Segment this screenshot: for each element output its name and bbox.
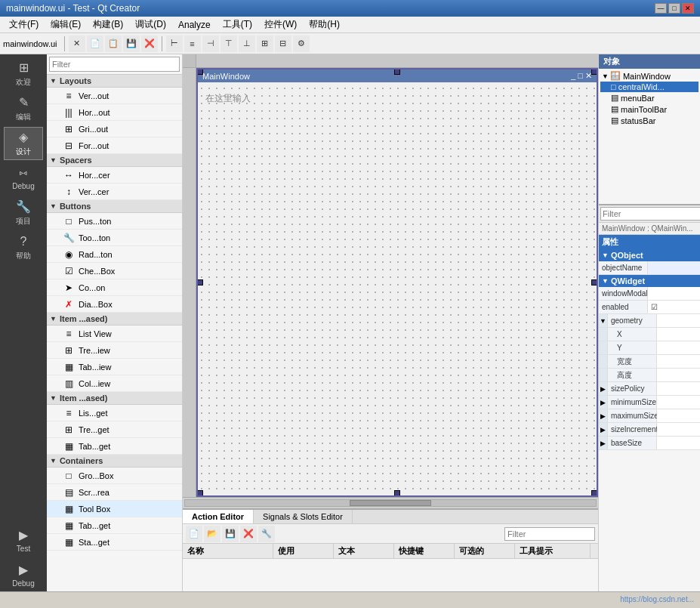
prop-value-windowmodality[interactable] [648, 287, 700, 300]
toolbar-grid[interactable]: ⊞ [257, 35, 273, 52]
prop-section-qwidget[interactable]: ▼ QWidget [599, 275, 700, 287]
menu-help[interactable]: 帮助(H) [303, 17, 346, 32]
widget-horizontal-spacer[interactable]: ↔ Hor...cer [47, 167, 182, 184]
obj-centralwidget[interactable]: □ centralWid... [600, 82, 698, 92]
hscroll-thumb[interactable] [350, 500, 432, 506]
widget-stackedwidget[interactable]: ▦ Sta...get [47, 534, 182, 551]
sidebar-tool-debug[interactable]: ⑅ Debug [4, 162, 43, 195]
category-item-widget[interactable]: ▼ Item ...ased) [47, 392, 182, 405]
minimize-button[interactable]: — [655, 3, 667, 14]
category-item-model[interactable]: ▼ Item ...ased) [47, 313, 182, 326]
widget-listwidget[interactable]: ≡ Lis...get [47, 405, 182, 421]
close-button[interactable]: ✕ [682, 3, 694, 14]
sidebar-tool-edit[interactable]: ✎ 编辑 [4, 92, 43, 125]
toolbar-btn-4[interactable]: ❌ [141, 35, 158, 52]
widget-tableview[interactable]: ▦ Tab...iew [47, 359, 182, 375]
prop-section-qobject[interactable]: ▼ QObject [599, 249, 700, 261]
toolbar-align-top[interactable]: ⊤ [220, 35, 237, 52]
design-canvas[interactable]: MainWindow _ □ ✕ 在这里输入 [183, 54, 598, 508]
prop-value-enabled[interactable]: ☑ [648, 301, 700, 313]
widget-tablewidget[interactable]: ▦ Tab...get [47, 438, 182, 455]
maximize-button[interactable]: □ [668, 3, 680, 14]
widget-vertical-spacer[interactable]: ↕ Ver...cer [47, 184, 182, 200]
toolbar-align-middle[interactable]: ⊥ [239, 35, 255, 52]
close-doc-button[interactable]: ✕ [69, 35, 85, 52]
prop-value-minimumsize[interactable] [657, 396, 700, 409]
prop-value-sizeincrement[interactable] [657, 423, 700, 436]
sidebar-tool-project[interactable]: 🔧 项目 [4, 196, 43, 230]
widget-treeview[interactable]: ⊞ Tre...iew [47, 342, 182, 359]
toolbar-align-center[interactable]: ≡ [184, 35, 201, 52]
widget-filter-input[interactable] [49, 57, 180, 72]
menu-analyze[interactable]: Analyze [172, 18, 217, 32]
prop-expand-maximumsize[interactable]: ▶ [599, 409, 608, 422]
action-save-button[interactable]: 💾 [222, 526, 239, 542]
toolbar-btn-3[interactable]: 💾 [123, 35, 140, 52]
prop-expand-minimumsize[interactable]: ▶ [599, 396, 608, 409]
widget-treewidget[interactable]: ⊞ Tre...get [47, 421, 182, 438]
widget-vertical-layout[interactable]: ≡ Ver...out [47, 88, 182, 104]
sidebar-tool-welcome[interactable]: ⊞ 欢迎 [4, 57, 43, 91]
category-containers[interactable]: ▼ Containers [47, 455, 182, 468]
widget-horizontal-layout[interactable]: ||| Hor...out [47, 104, 182, 121]
sidebar-tool-help[interactable]: ? 帮助 [4, 231, 43, 264]
widget-toolbox[interactable]: ▦ Tool Box [47, 501, 182, 517]
toolbar-settings[interactable]: ⚙ [293, 35, 310, 52]
prop-value-x[interactable] [657, 328, 700, 341]
action-delete-button[interactable]: ❌ [240, 526, 257, 542]
menu-debug[interactable]: 调试(D) [129, 17, 172, 32]
obj-maintoolbar[interactable]: ▤ mainToolBar [600, 103, 698, 115]
toolbar-align-right[interactable]: ⊣ [202, 35, 219, 52]
props-filter-input[interactable] [600, 207, 700, 221]
obj-menubar[interactable]: ▤ menuBar [600, 92, 698, 103]
widget-grid-layout[interactable]: ⊞ Gri...out [47, 121, 182, 137]
toolbar-grid-2[interactable]: ⊟ [275, 35, 291, 52]
menu-file[interactable]: 文件(F) [3, 17, 45, 32]
widget-columnview[interactable]: ▥ Col...iew [47, 375, 182, 392]
tab-signals-slots[interactable]: Signals & Slots Editor [254, 510, 353, 523]
menu-edit[interactable]: 编辑(E) [45, 17, 87, 32]
toolbar-align-left[interactable]: ⊢ [166, 35, 183, 52]
prop-expand-geometry[interactable]: ▼ [599, 314, 608, 327]
canvas-hscroll[interactable] [183, 497, 598, 508]
prop-value-objectname[interactable] [648, 261, 700, 274]
action-open-button[interactable]: 📂 [204, 526, 220, 542]
sidebar-tool-test[interactable]: ▶ Test [4, 523, 43, 557]
widget-commandbutton[interactable]: ➤ Co...on [47, 279, 182, 296]
action-new-button[interactable]: 📄 [186, 526, 202, 542]
sidebar-tool-debug2[interactable]: ▶ Debug [4, 558, 43, 591]
widget-dialogbutton[interactable]: ✗ Dia...Box [47, 296, 182, 313]
prop-expand-sizepolicy[interactable]: ▶ [599, 382, 608, 395]
menu-tools[interactable]: 工具(T) [217, 17, 258, 32]
prop-value-y[interactable] [657, 341, 700, 354]
widget-radiobutton[interactable]: ◉ Rad...ton [47, 246, 182, 263]
prop-value-sizepolicy[interactable] [657, 382, 700, 395]
widget-toolbutton[interactable]: 🔧 Too...ton [47, 230, 182, 246]
widget-tabwidget[interactable]: ▦ Tab...get [47, 517, 182, 534]
prop-expand-sizeincrement[interactable]: ▶ [599, 423, 608, 436]
obj-mainwindow[interactable]: ▼ 🪟 MainWindow [600, 70, 698, 82]
category-spacers[interactable]: ▼ Spacers [47, 154, 182, 167]
sidebar-tool-design[interactable]: ◈ 设计 [4, 127, 43, 160]
widget-scrollarea[interactable]: ▤ Scr...rea [47, 484, 182, 501]
widget-form-layout[interactable]: ⊟ For...out [47, 137, 182, 154]
toolbar-btn-2[interactable]: 📋 [105, 35, 122, 52]
form-canvas[interactable]: MainWindow _ □ ✕ 在这里输入 [196, 68, 598, 497]
widget-groupbox[interactable]: □ Gro...Box [47, 468, 182, 484]
prop-value-basesize[interactable] [657, 437, 700, 449]
category-layouts[interactable]: ▼ Layouts [47, 75, 182, 88]
menu-widget[interactable]: 控件(W) [258, 17, 303, 32]
action-settings-button[interactable]: 🔧 [258, 526, 275, 542]
prop-value-height[interactable] [657, 369, 700, 381]
widget-listview[interactable]: ≡ List View [47, 326, 182, 342]
prop-value-maximumsize[interactable] [657, 409, 700, 422]
toolbar-btn-1[interactable]: 📄 [87, 35, 103, 52]
widget-checkbox[interactable]: ☑ Che...Box [47, 263, 182, 279]
action-filter-input[interactable] [504, 527, 595, 541]
prop-value-geometry[interactable] [657, 314, 700, 327]
category-buttons[interactable]: ▼ Buttons [47, 200, 182, 213]
widget-pushbutton[interactable]: □ Pus...ton [47, 213, 182, 230]
tab-action-editor[interactable]: Action Editor [183, 510, 254, 523]
prop-value-width[interactable] [657, 355, 700, 368]
prop-expand-basesize[interactable]: ▶ [599, 437, 608, 449]
